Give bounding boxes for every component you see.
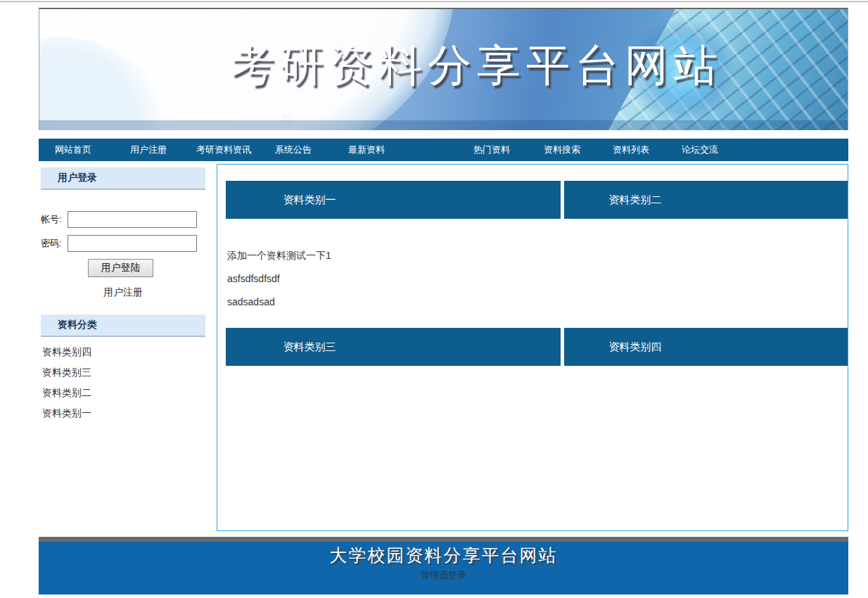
nav-item-register[interactable]: 用户注册 [130,144,167,156]
nav-item-forum[interactable]: 论坛交流 [682,144,718,156]
main-content-panel: 资料类别一 资料类别二 添加一个资料测试一下1 asfsdfsdfsdf sad… [217,164,848,531]
category-box-title: 资料分类 [41,314,205,337]
top-divider [0,0,868,2]
login-box-title: 用户登录 [41,167,205,190]
nav-item-list[interactable]: 资料列表 [613,144,649,156]
nav-item-news[interactable]: 考研资料资讯 [196,144,251,156]
category-header-4[interactable]: 资料类别四 [564,328,848,366]
nav-item-search[interactable]: 资料搜索 [544,144,580,156]
main-navigation: 网站首页 用户注册 考研资料资讯 系统公告 最新资料 热门资料 资料搜索 资料列… [39,139,848,161]
account-input[interactable] [68,211,197,228]
login-button[interactable]: 用户登陆 [88,259,153,277]
category-list: 资料类别四 资料类别三 资料类别二 资料类别一 [42,346,205,420]
category-header-row-2: 资料类别三 资料类别四 [226,328,848,366]
category-box: 资料分类 资料类别四 资料类别三 资料类别二 资料类别一 [41,314,205,420]
footer: 大学校园资料分享平台网站 管理员登录 [39,542,848,594]
nav-list: 网站首页 用户注册 考研资料资讯 系统公告 最新资料 热门资料 资料搜索 资料列… [39,139,848,161]
sidebar: 用户登录 帐号: 密码: 用户登陆 用户注册 资料分类 资料类别四 资料类别三 [41,167,205,428]
register-link[interactable]: 用户注册 [41,286,205,299]
site-title: 考研资料分享平台网站 [231,36,723,95]
nav-item-hot[interactable]: 热门资料 [473,144,510,156]
category-link-2[interactable]: 资料类别二 [42,387,205,400]
category-link-3[interactable]: 资料类别三 [42,367,205,379]
category-header-row-1: 资料类别一 资料类别二 [226,181,848,219]
account-label: 帐号: [41,213,68,226]
material-item[interactable]: 添加一个资料测试一下1 [227,250,848,260]
category-header-1[interactable]: 资料类别一 [226,181,561,219]
nav-item-latest[interactable]: 最新资料 [348,144,385,156]
footer-wrap: 大学校园资料分享平台网站 管理员登录 [39,537,848,594]
material-item[interactable]: sadsadsad [227,297,848,307]
password-label: 密码: [41,237,68,250]
site-banner: 考研资料分享平台网站 [39,8,848,130]
category-link-1[interactable]: 资料类别一 [42,407,205,420]
page-wrapper: 考研资料分享平台网站 网站首页 用户注册 考研资料资讯 系统公告 最新资料 热门… [39,8,848,594]
footer-divider [39,537,848,542]
category-header-3[interactable]: 资料类别三 [226,328,561,366]
footer-title: 大学校园资料分享平台网站 [39,542,848,567]
material-list: 添加一个资料测试一下1 asfsdfsdfsdf sadsadsad [227,250,848,307]
nav-item-home[interactable]: 网站首页 [55,144,91,156]
banner-bottom-shade [39,120,848,130]
category-link-4[interactable]: 资料类别四 [42,346,205,359]
nav-item-announcements[interactable]: 系统公告 [275,144,312,156]
login-form: 帐号: 密码: 用户登陆 用户注册 [41,211,205,299]
category-header-2[interactable]: 资料类别二 [564,181,848,219]
admin-login-link[interactable]: 管理员登录 [421,569,466,582]
material-item[interactable]: asfsdfsdfsdf [227,274,848,284]
banner-squares-decoration [215,87,225,96]
password-input[interactable] [68,235,197,252]
